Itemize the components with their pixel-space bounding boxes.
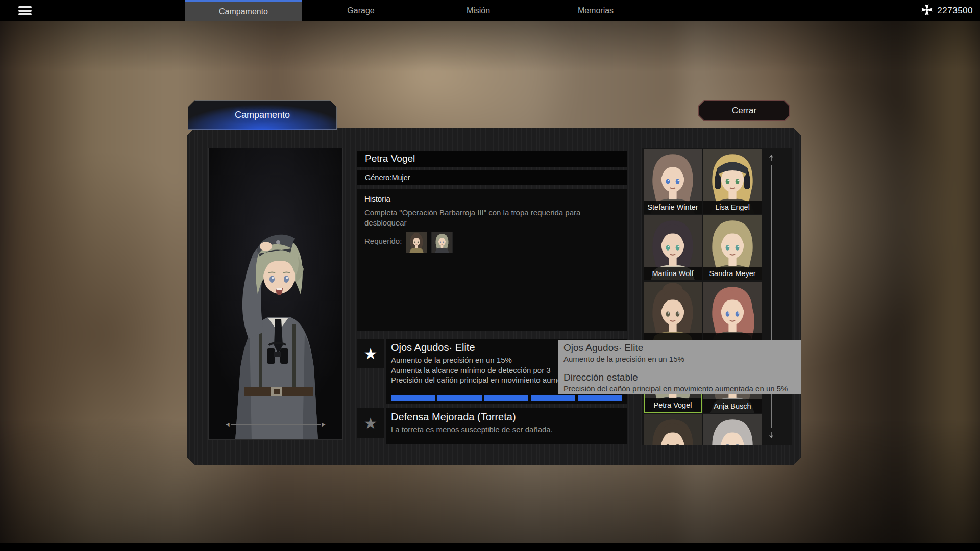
history-body: Completa "Operación Barbarroja III" con …: [364, 208, 609, 229]
required-character-thumb-2: [431, 232, 453, 253]
tab-campamento[interactable]: Campamento: [185, 0, 302, 21]
currency-value: 2273500: [937, 6, 973, 16]
roster-cell-name: Stefanie Winter: [644, 201, 702, 214]
close-button[interactable]: Cerrar: [698, 100, 790, 121]
skill-level-segment: [578, 395, 622, 401]
skill-title: Defensa Mejorada (Torreta): [391, 411, 622, 423]
panel-tab-label: Campamento: [188, 100, 337, 130]
slider-left-arrow-icon[interactable]: ◄: [225, 421, 231, 428]
required-row: Requerido:: [364, 232, 620, 253]
tab-memorias[interactable]: Memorias: [537, 0, 654, 21]
skill-line: La torreta es menos susceptible de ser d…: [391, 424, 622, 435]
panel-tab-campamento[interactable]: Campamento: [188, 100, 337, 130]
campamento-panel: ◄ ► Petra Vogel Género:Mujer Historia Co…: [187, 128, 801, 465]
history-box: Historia Completa "Operación Barbarroja …: [357, 189, 627, 331]
required-label: Requerido:: [364, 232, 402, 245]
skill-star-icon-locked: ★: [357, 408, 384, 438]
roster-cell[interactable]: [703, 282, 762, 346]
roster-cell-name: Petra Vogel: [645, 398, 701, 412]
roster-cell-lisa-engel[interactable]: Lisa Engel: [703, 149, 762, 214]
skill-description: La torreta es menos susceptible de ser d…: [391, 424, 622, 435]
skill-level-segment: [531, 395, 575, 401]
skill-tooltip: Ojos Agudos· Elite Aumento de la precisi…: [558, 340, 801, 394]
petra-vogel-artwork: [209, 148, 343, 440]
tooltip-skill-title: Ojos Agudos· Elite: [564, 342, 796, 354]
tab-mision[interactable]: Misión: [420, 0, 537, 21]
roster-panel: Stefanie WinterLisa EngelMartina WolfSan…: [642, 148, 792, 445]
history-title: Historia: [364, 194, 620, 203]
scroll-up-icon[interactable]: [768, 154, 775, 161]
currency-display: 2273500: [921, 0, 973, 21]
slider-right-arrow-icon[interactable]: ►: [321, 421, 327, 428]
required-character-thumb-1: [406, 232, 427, 253]
skill-level-bar: [391, 395, 622, 401]
skill-level-segment: [391, 395, 435, 401]
roster-grid: Stefanie WinterLisa EngelMartina WolfSan…: [644, 149, 762, 445]
hamburger-menu-icon[interactable]: [18, 6, 32, 15]
roster-cell[interactable]: [703, 414, 762, 445]
character-portrait: ◄ ►: [208, 148, 343, 440]
roster-scrollbar[interactable]: [768, 154, 775, 439]
letterbox-bar: [0, 543, 980, 551]
close-button-label: Cerrar: [699, 101, 789, 120]
skill-star-icon: ★: [357, 339, 384, 368]
tooltip-skill-desc: Aumento de la precisión en un 15%: [564, 355, 796, 363]
roster-cell-martina-wolf[interactable]: Martina Wolf: [644, 215, 702, 280]
tooltip-skill-title: Dirección estable: [564, 372, 796, 383]
roster-cell-name: Sandra Meyer: [703, 267, 762, 280]
roster-cell-name: Anja Busch: [703, 399, 762, 413]
skill-level-segment: [437, 395, 481, 401]
tooltip-skill-desc: Precisión del cañón principal en movimie…: [564, 384, 796, 393]
main-tabs: Campamento Garage Misión Memorias: [185, 0, 654, 21]
game-screen: Campamento Garage Misión Memorias 227350…: [0, 0, 980, 551]
slider-track[interactable]: [231, 424, 321, 425]
roster-cell-stefanie-winter[interactable]: Stefanie Winter: [644, 149, 702, 214]
portrait-pose-slider[interactable]: ◄ ►: [225, 421, 327, 428]
character-gender: Género:Mujer: [365, 173, 410, 182]
character-name-bar: Petra Vogel: [357, 151, 627, 167]
top-nav-bar: Campamento Garage Misión Memorias 227350…: [0, 0, 980, 21]
character-gender-bar: Género:Mujer: [357, 170, 627, 185]
tab-garage[interactable]: Garage: [302, 0, 420, 21]
roster-cell-name: Martina Wolf: [644, 267, 702, 280]
character-name: Petra Vogel: [365, 153, 415, 164]
roster-cell[interactable]: [644, 282, 702, 346]
scroll-down-icon[interactable]: [768, 432, 775, 439]
skill-row-defensa-mejorada[interactable]: Defensa Mejorada (Torreta) La torreta es…: [386, 408, 627, 444]
roster-cell-name: Lisa Engel: [703, 201, 762, 214]
roster-cell-sandra-meyer[interactable]: Sandra Meyer: [703, 215, 762, 280]
skill-level-segment: [484, 395, 528, 401]
iron-cross-icon: [921, 4, 933, 17]
roster-cell[interactable]: [644, 414, 702, 445]
